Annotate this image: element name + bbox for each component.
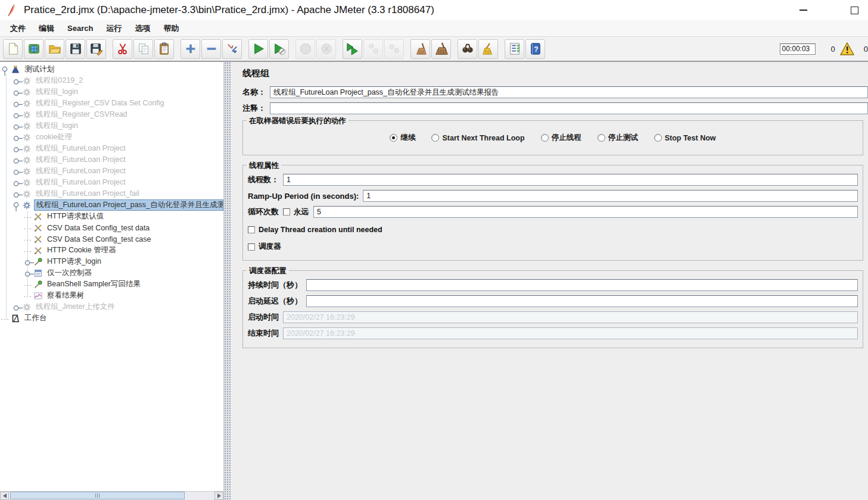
scrollbar-track[interactable]	[9, 492, 214, 500]
tree-node-9[interactable]: 线程组_FutureLoan Project	[0, 165, 223, 177]
tree-collapsed-handle-icon[interactable]	[13, 156, 23, 164]
tree-node-7[interactable]: 线程组_FutureLoan Project	[0, 143, 223, 154]
save-button[interactable]	[66, 39, 85, 59]
tree-node-0[interactable]: 测试计划	[0, 64, 223, 75]
sampler-icon	[34, 280, 43, 289]
toggle-icon	[226, 42, 239, 55]
add-button[interactable]	[181, 39, 200, 59]
panel-splitter[interactable]	[224, 62, 231, 500]
menu-item-文件[interactable]: 文件	[4, 21, 32, 36]
tree-collapsed-handle-icon[interactable]	[13, 111, 23, 119]
tree-leaf-line	[24, 224, 34, 232]
open-button[interactable]	[45, 39, 64, 59]
error-action-radio-3[interactable]: 停止测试	[598, 133, 638, 143]
config-icon	[34, 224, 43, 232]
tree-node-11[interactable]: 线程组_FutureLoan Project_fail	[0, 188, 223, 199]
tree-collapsed-handle-icon[interactable]	[13, 179, 23, 187]
menu-item-编辑[interactable]: 编辑	[32, 21, 61, 36]
scrollbar-thumb[interactable]	[10, 492, 185, 499]
name-input[interactable]	[270, 86, 868, 98]
tree-collapsed-handle-icon[interactable]	[13, 99, 23, 108]
tree-node-18[interactable]: 仅一次控制器	[0, 267, 223, 279]
tree-node-1[interactable]: 线程组0219_2	[0, 75, 223, 86]
tree-expanded-handle-icon[interactable]	[13, 201, 23, 210]
search-button[interactable]	[458, 39, 477, 59]
error-action-radio-2[interactable]: 停止线程	[541, 133, 581, 143]
duration-input[interactable]	[306, 279, 858, 291]
tree-node-14[interactable]: CSV Data Set Config_test data	[0, 222, 223, 233]
error-action-radio-4[interactable]: Stop Test Now	[654, 134, 716, 142]
tree-horizontal-scrollbar[interactable]	[0, 491, 223, 500]
tree-node-12[interactable]: 线程组_FutureLoan Project_pass_自动化登录并且生成测	[0, 199, 223, 211]
error-action-radio-1[interactable]: Start Next Thread Loop	[431, 134, 524, 142]
comments-input[interactable]	[270, 102, 868, 114]
new-button[interactable]	[3, 39, 23, 59]
toggle-button[interactable]	[222, 39, 242, 59]
tree-node-label: HTTP Cookie 管理器	[45, 245, 118, 255]
start-no-timers-button[interactable]	[269, 39, 289, 59]
copy-button[interactable]	[133, 39, 153, 59]
scroll-right-button[interactable]	[214, 492, 223, 500]
cut-button[interactable]	[113, 39, 132, 59]
tree-node-3[interactable]: 线程组_Register_CSV Data Set Config	[0, 98, 223, 109]
tree-node-5[interactable]: 线程组_login	[0, 120, 223, 132]
menu-item-运行[interactable]: 运行	[99, 21, 128, 36]
tree-collapsed-handle-icon[interactable]	[13, 190, 23, 198]
templates-button[interactable]	[24, 39, 43, 59]
save-as-button[interactable]	[86, 39, 106, 59]
gear-active-icon	[23, 201, 32, 210]
tree-node-17[interactable]: HTTP请求_login	[0, 256, 223, 267]
warning-triangle-icon[interactable]	[840, 42, 854, 55]
tree-collapsed-handle-icon[interactable]	[13, 303, 23, 311]
startup-delay-input[interactable]	[306, 295, 858, 307]
clear-all-button[interactable]	[431, 39, 451, 59]
remove-button[interactable]	[201, 39, 221, 59]
tree-node-13[interactable]: HTTP请求默认值	[0, 211, 223, 222]
tree-collapsed-handle-icon[interactable]	[13, 88, 23, 96]
tree-collapsed-handle-icon[interactable]	[13, 145, 23, 153]
tree-node-2[interactable]: 线程组_login	[0, 86, 223, 98]
tree-node-4[interactable]: 线程组_Register_CSVRead	[0, 109, 223, 120]
toolbar: ? 00:00:03 0 0	[0, 36, 868, 62]
tree-collapsed-handle-icon[interactable]	[13, 133, 23, 142]
content-area: 测试计划线程组0219_2线程组_login线程组_Register_CSV D…	[0, 62, 868, 500]
loop-count-input[interactable]	[313, 206, 858, 218]
scheduler-checkbox[interactable]	[248, 243, 255, 251]
menu-item-帮助[interactable]: 帮助	[157, 21, 185, 36]
clear-button[interactable]	[410, 39, 430, 59]
tree-node-15[interactable]: CSV Data Set Config_test case	[0, 233, 223, 245]
maximize-button[interactable]	[841, 2, 868, 18]
menu-item-Search[interactable]: Search	[61, 22, 99, 35]
tree-node-6[interactable]: cookie处理	[0, 132, 223, 143]
tree-node-16[interactable]: HTTP Cookie 管理器	[0, 245, 223, 256]
tree-expanded-handle-icon[interactable]	[1, 65, 11, 74]
tree-node-21[interactable]: 线程组_Jmeter上传文件	[0, 301, 223, 312]
tree-collapsed-handle-icon[interactable]	[13, 167, 23, 176]
help-button[interactable]: ?	[525, 39, 545, 59]
num-threads-input[interactable]	[283, 174, 858, 186]
tree-collapsed-handle-icon[interactable]	[13, 77, 23, 85]
name-label: 名称：	[242, 87, 266, 98]
tree-node-20[interactable]: 察看结果树	[0, 290, 223, 301]
menu-item-选项[interactable]: 选项	[128, 21, 157, 36]
tree-collapsed-handle-icon[interactable]	[13, 122, 23, 130]
tree-node-10[interactable]: 线程组_FutureLoan Project	[0, 177, 223, 188]
minimize-button[interactable]	[789, 2, 817, 18]
forever-checkbox[interactable]	[283, 208, 290, 215]
error-action-radio-0[interactable]: 继续	[390, 133, 415, 143]
function-helper-button[interactable]	[505, 39, 524, 59]
paste-button[interactable]	[154, 39, 174, 59]
tree-collapsed-handle-icon[interactable]	[24, 258, 34, 266]
tree-node-19[interactable]: BeanShell Sampler写回结果	[0, 279, 223, 290]
start-button[interactable]	[248, 39, 268, 59]
tree-node-8[interactable]: 线程组_FutureLoan Project	[0, 154, 223, 165]
search-reset-button[interactable]	[478, 39, 498, 59]
scroll-left-button[interactable]	[0, 492, 9, 500]
tree-node-label: 线程组_FutureLoan Project	[34, 177, 127, 188]
tree-node-22[interactable]: 工作台	[0, 312, 223, 324]
maximize-icon	[851, 7, 858, 14]
rampup-input[interactable]	[363, 190, 858, 202]
delay-thread-creation-checkbox[interactable]	[248, 226, 255, 233]
tree-collapsed-handle-icon[interactable]	[24, 269, 34, 277]
remote-start-all-button[interactable]	[343, 39, 362, 59]
